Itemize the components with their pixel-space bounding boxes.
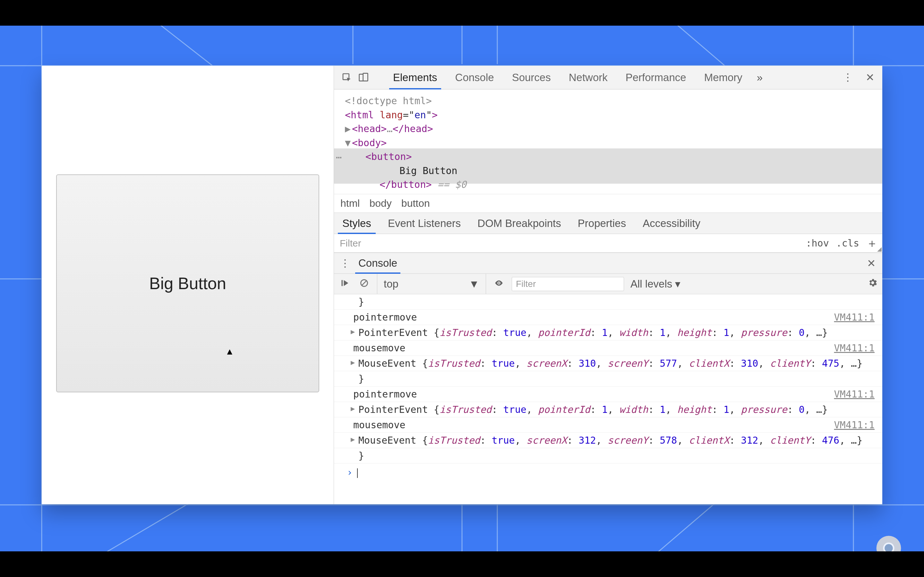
log-source-link[interactable]: VM411:1 — [834, 388, 875, 400]
expand-caret-icon[interactable]: ▶ — [351, 358, 355, 366]
chevron-down-icon: ▼ — [469, 278, 479, 290]
console-log-line: } — [334, 371, 882, 387]
close-devtools-icon[interactable]: ✕ — [864, 71, 877, 84]
log-source-link[interactable]: VM411:1 — [834, 419, 875, 430]
console-step-icon[interactable] — [338, 278, 351, 290]
drawer-tab-console[interactable]: Console — [351, 253, 404, 274]
tab-console[interactable]: Console — [448, 66, 501, 89]
devtools-tabstrip: Elements Console Sources Network Perform… — [334, 66, 882, 89]
svg-rect-18 — [342, 280, 343, 286]
subtab-event-listeners[interactable]: Event Listeners — [380, 213, 469, 234]
tab-sources-label: Sources — [512, 71, 551, 84]
dom-html-open: <html lang="en"> — [345, 108, 873, 122]
console-filter-input[interactable] — [512, 277, 624, 291]
breadcrumb: html body button — [334, 194, 882, 213]
console-drawer-header: ⋮ Console ✕ — [334, 253, 882, 274]
drawer-tab-console-label: Console — [359, 257, 397, 269]
inspect-element-icon[interactable] — [341, 71, 353, 84]
svg-point-22 — [498, 282, 500, 284]
expand-caret-icon[interactable]: ▶ — [351, 405, 355, 413]
console-settings-icon[interactable] — [867, 277, 878, 290]
dom-button-text: Big Button — [345, 164, 873, 178]
console-log-line[interactable]: ▶MouseEvent {isTrusted: true, screenX: 3… — [334, 356, 882, 371]
breadcrumb-body[interactable]: body — [369, 197, 391, 210]
dom-body-open[interactable]: ▼<body> — [345, 136, 873, 150]
mouse-cursor-icon: ▲ — [225, 347, 234, 357]
live-expression-icon[interactable] — [493, 278, 505, 290]
big-button[interactable]: Big Button ▲ — [56, 174, 319, 392]
devtools-window: Big Button ▲ Elements Console Sources Ne… — [42, 66, 882, 504]
styles-filter-row: :hov .cls ＋ — [334, 234, 882, 253]
tab-sources[interactable]: Sources — [505, 66, 558, 89]
device-toolbar-icon[interactable] — [357, 71, 370, 84]
tab-elements[interactable]: Elements — [386, 66, 444, 89]
console-log-line[interactable]: mousemoveVM411:1 — [334, 417, 882, 433]
drawer-kebab-icon[interactable]: ⋮ — [338, 257, 351, 269]
subtab-styles-label: Styles — [342, 218, 371, 229]
subtab-properties[interactable]: Properties — [569, 213, 634, 234]
cls-toggle[interactable]: .cls — [836, 237, 859, 249]
subtab-accessibility[interactable]: Accessibility — [634, 213, 709, 234]
tab-network-label: Network — [569, 71, 607, 84]
tab-elements-label: Elements — [393, 71, 437, 84]
subtab-accessibility-label: Accessibility — [643, 218, 700, 229]
subtab-properties-label: Properties — [578, 218, 626, 229]
dom-body-close: </body> — [345, 192, 873, 194]
tab-memory-label: Memory — [704, 71, 742, 84]
page-preview-pane: Big Button ▲ — [42, 66, 334, 504]
tab-memory[interactable]: Memory — [697, 66, 750, 89]
expand-caret-icon[interactable]: ▶ — [351, 435, 355, 443]
subtab-dom-breakpoints[interactable]: DOM Breakpoints — [469, 213, 569, 234]
subtab-styles[interactable]: Styles — [334, 213, 380, 234]
elements-subtabs: Styles Event Listeners DOM Breakpoints P… — [334, 213, 882, 234]
console-context-label: top — [384, 278, 399, 290]
console-levels-select[interactable]: All levels ▾ — [630, 277, 680, 290]
svg-line-21 — [362, 281, 367, 285]
subtab-dom-breakpoints-label: DOM Breakpoints — [477, 218, 561, 229]
tab-network[interactable]: Network — [562, 66, 615, 89]
log-source-link[interactable]: VM411:1 — [834, 342, 875, 354]
console-log-line: } — [334, 448, 882, 464]
breadcrumb-button[interactable]: button — [401, 197, 430, 210]
tab-performance[interactable]: Performance — [619, 66, 693, 89]
resize-corner-icon[interactable] — [877, 247, 882, 251]
dom-button-open[interactable]: <button> — [345, 150, 873, 164]
big-button-label: Big Button — [149, 274, 226, 293]
expand-caret-icon[interactable]: ▶ — [351, 327, 355, 335]
clear-console-icon[interactable] — [358, 278, 371, 290]
svg-point-25 — [885, 544, 893, 552]
letterbox-top — [0, 0, 924, 26]
prompt-caret-icon: › — [347, 467, 352, 478]
dom-head[interactable]: ▶<head>…</head> — [345, 122, 873, 136]
drawer-close-icon[interactable]: ✕ — [865, 257, 878, 269]
kebab-menu-icon[interactable]: ⋮ — [841, 71, 854, 84]
tab-console-label: Console — [455, 71, 494, 84]
svg-marker-19 — [344, 280, 349, 286]
console-log-line[interactable]: ▶PointerEvent {isTrusted: true, pointerI… — [334, 402, 882, 417]
console-toolbar: top ▼ All levels ▾ — [334, 274, 882, 294]
console-output[interactable]: }pointermoveVM411:1▶PointerEvent {isTrus… — [334, 294, 882, 504]
new-style-rule-icon[interactable]: ＋ — [866, 237, 878, 249]
dom-doctype: <!doctype html> — [345, 94, 873, 108]
console-log-line[interactable]: } — [334, 294, 882, 309]
dom-button-close: </button> == $0 — [345, 177, 873, 192]
selected-line-ellipsis-icon: ⋯ — [336, 150, 342, 164]
letterbox-bottom — [0, 551, 924, 577]
tab-performance-label: Performance — [626, 71, 686, 84]
dom-tree[interactable]: ⋯ <!doctype html> <html lang="en"> ▶<hea… — [334, 89, 882, 194]
hov-toggle[interactable]: :hov — [806, 237, 829, 249]
more-tabs-icon[interactable]: » — [753, 71, 766, 84]
console-levels-label: All levels ▾ — [630, 277, 680, 290]
devtools-pane: Elements Console Sources Network Perform… — [334, 66, 882, 504]
breadcrumb-html[interactable]: html — [341, 197, 360, 210]
console-log-line[interactable]: pointermoveVM411:1 — [334, 387, 882, 402]
console-log-line[interactable]: mousemoveVM411:1 — [334, 340, 882, 356]
log-source-link[interactable]: VM411:1 — [834, 311, 875, 323]
console-log-line[interactable]: ▶PointerEvent {isTrusted: true, pointerI… — [334, 325, 882, 340]
console-log-line[interactable]: ▶MouseEvent {isTrusted: true, screenX: 3… — [334, 433, 882, 448]
styles-filter-input[interactable] — [340, 238, 806, 249]
console-prompt[interactable]: › — [334, 464, 882, 484]
console-context-select[interactable]: top ▼ — [377, 274, 486, 294]
svg-rect-17 — [363, 73, 368, 81]
console-log-line[interactable]: pointermoveVM411:1 — [334, 309, 882, 325]
